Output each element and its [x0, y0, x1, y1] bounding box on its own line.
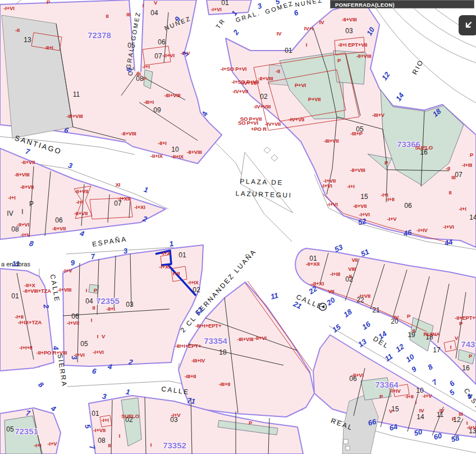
building-height-annotation: V — [102, 333, 106, 339]
parcel-number-label[interactable]: 01 — [285, 47, 292, 55]
parcel-number-label[interactable]: 15 — [360, 193, 368, 201]
building-height-annotation: -II+I — [106, 306, 115, 312]
building-height-annotation: IV — [277, 30, 282, 37]
block-number-label[interactable]: 73352 — [163, 441, 186, 450]
building-height-annotation: P — [143, 75, 147, 81]
building-height-annotation: -I+IV — [390, 388, 401, 394]
house-number-label: 18 — [342, 307, 354, 319]
building-height-annotation: VII — [328, 288, 334, 294]
parcel-number-label[interactable]: P — [29, 200, 34, 208]
parcel-number-label[interactable]: 01 — [91, 410, 99, 417]
parcel-number-label[interactable]: 09 — [153, 106, 161, 114]
parcel-number-label[interactable]: 08 — [98, 437, 106, 444]
street-name-label: ESPAÑA — [91, 235, 127, 248]
building-height-annotation: -I+V — [48, 441, 58, 447]
building-height-annotation: -I+I — [101, 417, 108, 423]
building-height-annotation: P — [385, 160, 388, 166]
parcel-number-label[interactable]: 13 — [24, 36, 31, 44]
parcel-number-label[interactable]: 01 — [11, 292, 19, 300]
block-number-label[interactable]: 72351 — [15, 426, 38, 436]
parcel-number-label[interactable]: 02 — [193, 286, 200, 294]
parcel-number-label[interactable]: 07 — [154, 52, 162, 60]
building-height-annotation: -I+VI — [443, 224, 454, 230]
cadastral-map-viewer: SANTIAGOGRAL. GOMEZCLNUÑEZTRGRAL.GOMEZNU… — [0, 0, 476, 454]
block-number-label[interactable]: 72378 — [88, 30, 111, 40]
house-number-label: 16 — [360, 320, 372, 332]
building-height-annotation: -I+IX — [187, 279, 199, 285]
pan-arrow-button[interactable] — [459, 15, 476, 35]
parcel-number-label[interactable]: 06 — [55, 216, 63, 224]
parcel-number-label[interactable]: 06 — [404, 202, 412, 210]
house-number-label: 4 — [49, 403, 58, 413]
building-height-annotation: I — [415, 399, 417, 405]
parcel-number-label[interactable]: 05 — [6, 425, 14, 433]
building-height-annotation: -III+IV — [191, 357, 205, 364]
building-height-annotation: VIII — [348, 266, 355, 272]
house-number-label: 5 — [83, 423, 93, 430]
house-number-label: 6 — [448, 379, 457, 388]
building-height-annotation: -II — [276, 68, 280, 74]
building-height-annotation: -I+VI — [321, 183, 332, 189]
house-number-label: 7 — [431, 378, 439, 387]
building-height-annotation: -III+P — [350, 130, 363, 137]
building-height-annotation: I — [450, 344, 451, 350]
parcel-number-label[interactable]: 04 — [150, 9, 158, 17]
parcel-number-label[interactable]: 18 — [219, 348, 227, 356]
building-height-annotation: II — [108, 442, 111, 448]
parcel-number-label[interactable]: 16 — [462, 364, 470, 372]
house-number-label: 11 — [383, 352, 395, 363]
building-height-annotation: P — [94, 287, 98, 293]
parcel-number-label[interactable]: I — [21, 208, 23, 216]
building-height-annotation: P — [469, 353, 473, 359]
building-height-annotation: -I+IX+TZA — [18, 319, 42, 325]
building-height-annotation: -II+VI — [162, 52, 175, 58]
parcel-number-label[interactable]: 07 — [455, 171, 463, 179]
building-height-annotation: -I+I — [34, 442, 41, 448]
parcel-number-label[interactable]: 04 — [85, 297, 93, 305]
parcel-number-label[interactable]: 05 — [80, 340, 88, 348]
building-height-annotation: V — [389, 408, 393, 414]
parcel-number-label[interactable]: 15 — [391, 405, 399, 413]
parcel-number-label[interactable]: 01 — [221, 0, 229, 7]
parcel-number-label[interactable]: 03 — [345, 27, 353, 35]
parcel-number-label[interactable]: 06 — [71, 312, 79, 320]
building-height-annotation: -II+VIII — [258, 75, 273, 81]
building-height-annotation: -II+VIII — [342, 16, 357, 22]
parcel-number-label[interactable]: 10 — [171, 146, 179, 153]
parcel-number-label[interactable]: 02 — [260, 93, 268, 101]
building-height-annotation: I — [143, 2, 144, 8]
house-number-label: 6 — [91, 367, 97, 376]
house-number-label: 13 — [356, 337, 368, 349]
building-height-annotation: -I+VIII — [58, 287, 71, 293]
building-height-annotation: -II+I EPT+VII — [338, 42, 367, 48]
parcel-number-label[interactable]: 05 — [127, 42, 135, 49]
parcel-number-label[interactable]: 11 — [73, 90, 80, 98]
building-height-annotation: P — [470, 152, 474, 158]
building-height-annotation: -I+V — [387, 216, 397, 222]
parcel-number-label[interactable]: 21 — [372, 306, 380, 314]
parcel-number-label[interactable]: IV — [7, 210, 13, 217]
building-height-annotation: -I+IV — [417, 227, 428, 233]
parcel-number-label[interactable]: 14 — [417, 413, 424, 421]
building-height-annotation: II — [413, 328, 415, 334]
building-height-annotation: -III+I+EPT+ — [195, 323, 222, 329]
building-height-annotation: II — [349, 273, 352, 279]
parcel-number-label[interactable]: 01 — [178, 251, 186, 259]
house-number-label: 1 — [125, 388, 131, 397]
building-height-annotation: SO P+VI — [238, 120, 258, 126]
parcel-number-label[interactable]: 06 — [158, 38, 166, 46]
building-height-annotation: -I+I — [459, 206, 466, 212]
parcel-number-label[interactable]: 17 — [433, 346, 441, 354]
block-number-label[interactable]: 73354 — [204, 336, 227, 346]
building-height-annotation: -I+V — [423, 393, 433, 399]
block-number-label[interactable]: 7435 — [461, 339, 476, 349]
building-height-annotation: +PO R — [251, 126, 267, 132]
cadastral-map-canvas[interactable]: SANTIAGOGRAL. GOMEZCLNUÑEZTRGRAL.GOMEZNU… — [0, 0, 476, 454]
parcel-number-label[interactable]: 14 — [469, 214, 476, 221]
block-number-label[interactable]: 72355 — [96, 296, 120, 306]
building-height-annotation: -III+II — [219, 381, 231, 387]
house-number-label: 14 — [394, 91, 406, 103]
parcel-number-label[interactable]: 03 — [126, 301, 134, 308]
building-height-annotation: P — [337, 57, 341, 63]
building-height-annotation: -I+III — [330, 271, 340, 277]
